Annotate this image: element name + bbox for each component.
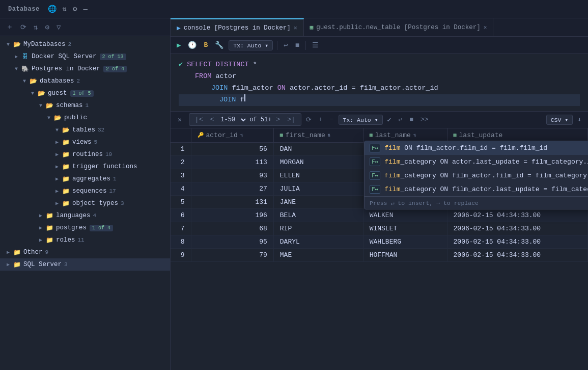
sidebar-item-views[interactable]: views 5 [0, 136, 170, 148]
run-button[interactable]: ▶ [175, 40, 183, 50]
ac-item-1[interactable]: F↔ film ON film_actor.film_id = film.fil… [365, 141, 588, 155]
table-row[interactable]: 6 196 BELA WALKEN 2006-02-15 04:34:33.00 [171, 208, 588, 222]
results-tx-badge[interactable]: Tx: Auto ▾ [339, 115, 383, 125]
badge-guest: 1 of 5 [70, 90, 94, 97]
sidebar-item-schemas[interactable]: schemas 1 [0, 99, 170, 112]
add-row-button[interactable]: + [316, 115, 325, 124]
cell-last-update: 2006-02-15 04:34:33.00 [447, 208, 587, 222]
sidebar-item-other[interactable]: Other 9 [0, 246, 170, 258]
layout-button[interactable]: ☰ [310, 40, 321, 50]
col-actor-id[interactable]: 🔑 actor_id ⇅ [191, 128, 273, 143]
stop-button[interactable]: ■ [293, 40, 301, 50]
col-last-name-label: last_name [375, 131, 411, 139]
sidebar-item-trigger-functions[interactable]: trigger functions [0, 161, 170, 173]
cell-first-name: MAE [273, 248, 363, 261]
prev-page-button[interactable]: < [207, 115, 216, 124]
settings-icon[interactable]: ⚙ [43, 22, 51, 33]
filter-connections-icon[interactable]: ⇅ [32, 22, 40, 33]
editor-toolbar: ▶ 🕐 B 🔧 Tx: Auto ▾ ↩ ■ ☰ [171, 37, 588, 54]
sort-icon-first-name[interactable]: ⇅ [328, 132, 331, 138]
table-row[interactable]: 7 68 RIP WINSLET 2006-02-15 04:34:33.00 [171, 222, 588, 235]
next-page-button[interactable]: > [273, 115, 283, 124]
top-bar: Database 🌐 ⇅ ⚙ — [0, 0, 588, 18]
undo-button[interactable]: ↩ [282, 40, 290, 50]
stop-results-button[interactable]: ■ [407, 115, 416, 124]
sidebar-item-sql-server[interactable]: SQL Server 3 [0, 258, 170, 271]
sidebar-item-postgres[interactable]: postgres 1 of 4 [0, 222, 170, 234]
pagination-control[interactable]: |< < 1-50 1-100 of 51+ > >| [189, 113, 301, 126]
arrow-sequences [53, 187, 61, 195]
console-tab-icon: ▶ [177, 24, 181, 32]
rollback-button[interactable]: ↩ [396, 115, 405, 125]
sidebar-item-aggregates[interactable]: aggregates 1 [0, 173, 170, 185]
more-options-button[interactable]: >> [418, 115, 431, 124]
join-table: film_actor [232, 83, 273, 94]
close-results-button[interactable]: ✕ [175, 115, 185, 125]
globe-icon[interactable]: 🌐 [46, 3, 59, 15]
csv-export-button[interactable]: CSV ▾ [546, 115, 573, 125]
tab-console-close[interactable]: ✕ [294, 24, 297, 31]
sidebar-item-sequences[interactable]: sequences 17 [0, 185, 170, 197]
editor-area[interactable]: ✔ SELECT DISTINCT * FROM actor JOIN [171, 54, 588, 111]
filter-icon[interactable]: ▽ [54, 22, 63, 33]
tab-console[interactable]: ▶ console [Postgres in Docker] ✕ [171, 18, 304, 36]
ac-item-2[interactable]: F↔ film_category ON actor.last_update = … [365, 155, 588, 169]
folder-icon-routines [62, 151, 70, 158]
tab-table-close[interactable]: ✕ [484, 24, 487, 31]
apply-changes-button[interactable]: ✔ [385, 115, 394, 125]
sidebar-item-roles[interactable]: roles 11 [0, 234, 170, 246]
arrow-aggregates [53, 175, 61, 183]
table-row[interactable]: 8 95 DARYL WAHLBERG 2006-02-15 04:34:33.… [171, 235, 588, 248]
refresh-icon[interactable]: ⟳ [18, 22, 29, 33]
join-condition: actor.actor_id = film_actor.actor_id [290, 83, 438, 94]
cell-actor-id: 113 [191, 155, 273, 169]
sidebar-item-object-types[interactable]: object types 3 [0, 197, 170, 209]
table-row[interactable]: 9 79 MAE HOFFMAN 2006-02-15 04:34:33.00 [171, 248, 588, 261]
ac-item-4[interactable]: F↔ film_category ON film_actor.last_upda… [365, 182, 588, 196]
sidebar-item-guest[interactable]: guest 1 of 5 [0, 87, 170, 99]
gear-icon[interactable]: ⚙ [71, 3, 79, 15]
sidebar-item-postgres-docker[interactable]: 🐘 Postgres in Docker 2 of 4 [0, 63, 170, 75]
bookmark-button[interactable]: B [202, 40, 210, 50]
add-connection-icon[interactable]: ＋ [4, 21, 15, 33]
sidebar-item-public[interactable]: public [0, 112, 170, 124]
cell-actor-id: 27 [191, 182, 273, 195]
label-public: public [64, 114, 87, 121]
last-page-button[interactable]: >| [285, 115, 298, 124]
row-num: 7 [171, 222, 191, 235]
tx-auto-badge[interactable]: Tx: Auto ▾ [229, 40, 273, 50]
folder-open-icon-schemas [46, 102, 53, 110]
sidebar-item-mydatabases[interactable]: MyDatabases 2 [0, 38, 170, 50]
sidebar-item-docker-sql[interactable]: Docker SQL Server 2 of 13 [0, 50, 170, 63]
sort-icon-actor-id[interactable]: ⇅ [240, 132, 243, 138]
refresh-results-button[interactable]: ⟳ [303, 115, 314, 125]
sidebar-item-tables[interactable]: tables 32 [0, 124, 170, 136]
sidebar-item-routines[interactable]: routines 10 [0, 148, 170, 161]
label-postgres: postgres [56, 224, 87, 231]
download-button[interactable]: ⬇ [575, 115, 584, 125]
sidebar-item-databases[interactable]: databases 2 [0, 75, 170, 87]
ac-footer-text: Press ↵ to insert, → to replace [370, 199, 479, 206]
cell-first-name: JULIA [273, 182, 363, 195]
minimize-icon[interactable]: — [81, 3, 89, 15]
sort-icon-last-name[interactable]: ⇅ [413, 132, 416, 138]
label-databases: databases [40, 77, 74, 85]
row-num: 4 [171, 182, 191, 195]
ac-item-3[interactable]: F↔ film_category ON film_actor.film_id =… [365, 169, 588, 182]
sidebar-item-languages[interactable]: languages 4 [0, 209, 170, 222]
delete-row-button[interactable]: − [327, 115, 337, 124]
label-other: Other [23, 249, 43, 256]
tab-table[interactable]: ▦ guest.public.new_table [Postgres in Do… [304, 18, 494, 36]
split-icon[interactable]: ⇅ [61, 3, 69, 15]
folder-icon-languages [46, 212, 53, 220]
editor-line-4: JOIN f [179, 94, 580, 106]
first-page-button[interactable]: |< [192, 115, 206, 124]
arrow-public [45, 114, 53, 122]
page-size-select[interactable]: 1-50 1-100 [218, 116, 247, 124]
label-object-types: object types [72, 200, 118, 207]
history-button[interactable]: 🕐 [186, 40, 199, 50]
col-first-name[interactable]: ▦ first_name ⇅ [273, 128, 363, 143]
explain-button[interactable]: 🔧 [213, 40, 226, 50]
arrow-docker-sql [12, 52, 20, 61]
cell-first-name: RIP [273, 222, 363, 235]
